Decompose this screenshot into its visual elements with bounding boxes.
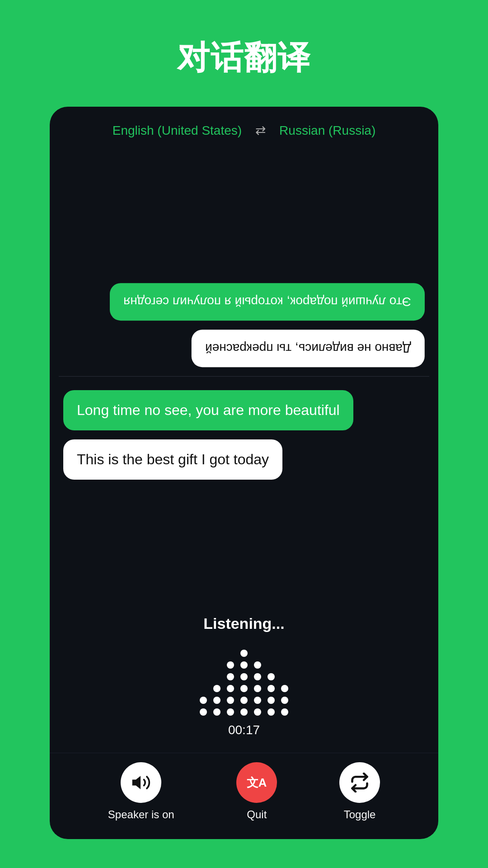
- wave-dot: [213, 685, 221, 692]
- message-top-2: Давно не виделись, ты прекрасней: [192, 330, 425, 367]
- wave-dot: [227, 685, 234, 692]
- language-header: English (United States) ⇄ Russian (Russi…: [50, 107, 438, 151]
- app-title: 对话翻译: [177, 36, 311, 80]
- timer-display: 00:17: [228, 723, 260, 737]
- wave-dot: [213, 708, 221, 716]
- wave-dot: [254, 685, 261, 692]
- speaker-icon: [131, 773, 151, 793]
- wave-dot: [267, 685, 275, 692]
- wave-col-1: [200, 697, 207, 716]
- wave-dot: [254, 697, 261, 704]
- listening-label: Listening...: [203, 615, 284, 632]
- wave-dot: [227, 708, 234, 716]
- wave-dot: [254, 673, 261, 680]
- wave-dot: [200, 697, 207, 704]
- wave-dot: [254, 661, 261, 669]
- speaker-button[interactable]: [121, 762, 161, 803]
- conversation-top: Это лучший подарок, который я получил се…: [50, 151, 438, 376]
- message-bottom-1: Long time no see, you are more beautiful: [63, 390, 353, 430]
- wave-dot: [240, 708, 248, 716]
- wave-col-5: [254, 661, 261, 716]
- wave-dot: [267, 673, 275, 680]
- quit-control[interactable]: 文A Quit: [236, 762, 277, 821]
- speaker-label: Speaker is on: [108, 808, 174, 821]
- lang-left[interactable]: English (United States): [113, 123, 242, 138]
- wave-dot: [227, 697, 234, 704]
- wave-dot: [227, 673, 234, 680]
- speaker-control[interactable]: Speaker is on: [108, 762, 174, 821]
- wave-dot: [240, 650, 248, 657]
- toggle-button[interactable]: [339, 762, 380, 803]
- wave-dot: [213, 697, 221, 704]
- wave-dot: [281, 697, 288, 704]
- wave-col-3: [227, 661, 234, 716]
- wave-dot: [281, 708, 288, 716]
- swap-icon[interactable]: ⇄: [255, 123, 266, 138]
- wave-dot: [240, 685, 248, 692]
- wave-dot: [240, 673, 248, 680]
- main-card: English (United States) ⇄ Russian (Russi…: [50, 107, 438, 839]
- wave-dot: [267, 697, 275, 704]
- wave-dot: [200, 708, 207, 716]
- translate-icon: 文A: [247, 773, 267, 793]
- lang-right[interactable]: Russian (Russia): [279, 123, 375, 138]
- wave-dot: [240, 697, 248, 704]
- wave-col-2: [213, 685, 221, 716]
- wave-col-7: [281, 685, 288, 716]
- bottom-controls: Speaker is on 文A Quit Toggle: [50, 753, 438, 839]
- listening-area: Listening...: [50, 606, 438, 753]
- toggle-control[interactable]: Toggle: [339, 762, 380, 821]
- wave-col-6: [267, 673, 275, 716]
- message-bottom-2: This is the best gift I got today: [63, 439, 282, 480]
- message-top-1: Это лучший подарок, который я получил се…: [110, 283, 425, 321]
- wave-dot: [267, 708, 275, 716]
- wave-dot: [240, 661, 248, 669]
- quit-label: Quit: [247, 808, 267, 821]
- wave-dot: [227, 661, 234, 669]
- conversation-bottom: Long time no see, you are more beautiful…: [50, 377, 438, 606]
- wave-dot: [281, 685, 288, 692]
- svg-text:文A: 文A: [247, 776, 267, 789]
- toggle-icon: [350, 773, 370, 793]
- quit-button[interactable]: 文A: [236, 762, 277, 803]
- wave-dot: [254, 708, 261, 716]
- wave-col-4: [240, 650, 248, 716]
- waveform: [200, 643, 288, 716]
- toggle-label: Toggle: [344, 808, 376, 821]
